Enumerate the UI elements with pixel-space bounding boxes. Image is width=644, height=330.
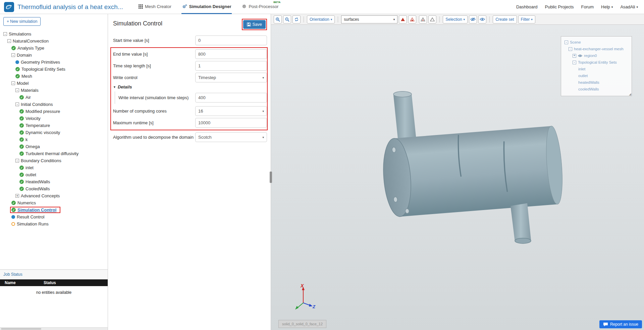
report-issue-button[interactable]: Report an issue <box>599 320 642 328</box>
nav-public-projects[interactable]: Public Projects <box>545 4 574 9</box>
tree-item-advanced-concepts[interactable]: +Advanced Concepts <box>0 192 108 199</box>
tree-item-turbulent-thermal-diffusivity[interactable]: ✓Turbulent thermal diffusivity <box>0 150 108 157</box>
save-button[interactable]: Save <box>243 20 266 29</box>
collapse-box-icon[interactable]: - <box>15 88 19 92</box>
tree-item-simulations[interactable]: -Simulations <box>0 30 108 38</box>
tree-item-materials[interactable]: -Materials <box>0 87 108 94</box>
zoom-in-button[interactable] <box>274 15 282 23</box>
nav-forum[interactable]: Forum <box>581 4 594 9</box>
tree-item-analysis-type[interactable]: ✓Analysis Type <box>0 45 108 52</box>
tree-item-naturalconvection[interactable]: -NaturalConvection <box>0 38 108 45</box>
collapse-box-icon[interactable]: - <box>565 41 568 44</box>
scrollbar-thumb[interactable] <box>1 328 41 330</box>
show-all-button[interactable] <box>478 15 486 23</box>
mesh-quality-filled-button[interactable] <box>399 15 407 23</box>
tree-item-heatedwalls[interactable]: ✓HeatedWalls <box>0 178 108 185</box>
tree-item-dynamic-viscosity[interactable]: ✓Dynamic viscosity <box>0 129 108 136</box>
tab-mesh-creator[interactable]: Mesh Creator <box>138 0 172 14</box>
collapse-box-icon[interactable]: - <box>15 159 19 162</box>
tree-item-air[interactable]: ✓Air <box>0 94 108 101</box>
nav-user-menu[interactable]: AsadAli▾ <box>620 4 638 9</box>
tree-item-boundary-conditions[interactable]: -Boundary Conditions <box>0 157 108 164</box>
simulation-control-form-group: End time value [s] Time step length [s] … <box>110 47 268 130</box>
time-step-input[interactable] <box>195 61 267 71</box>
viewport-3d[interactable]: -Scene-heat-exchanger-vessel mesh+region… <box>271 25 644 330</box>
collapse-box-icon[interactable]: - <box>15 103 19 106</box>
mesh-quality-marked-button[interactable] <box>419 15 427 23</box>
tree-item-domain[interactable]: -Domain <box>0 52 108 59</box>
tree-item-result-control[interactable]: Result Control <box>0 213 108 220</box>
tree-item-omega[interactable]: ✓Omega <box>0 143 108 150</box>
tree-item-simulation-runs[interactable]: Simulation Runs <box>0 220 108 227</box>
collapse-box-icon[interactable]: - <box>11 81 15 85</box>
create-set-button[interactable]: Create set <box>493 15 517 23</box>
panel-resize-handle[interactable] <box>270 172 272 183</box>
nav-dashboard[interactable]: Dashboard <box>516 4 538 9</box>
tree-item-k[interactable]: ✓k <box>0 136 108 143</box>
eye-slash-icon <box>470 17 476 21</box>
resize-corner-icon[interactable]: ◢ <box>629 92 631 96</box>
check-circle-icon: ✓ <box>11 46 16 50</box>
scene-item-region0[interactable]: +region0 <box>562 52 630 59</box>
max-runtime-input[interactable] <box>195 118 267 128</box>
reset-view-button[interactable] <box>292 15 301 23</box>
mesh-quality-outline-button[interactable] <box>428 15 436 23</box>
end-time-input[interactable] <box>195 49 267 59</box>
scene-item-inlet[interactable]: inlet <box>562 66 630 72</box>
decompose-select[interactable]: Scotch ▾ <box>195 132 267 142</box>
filter-dropdown[interactable]: Filter ▾ <box>518 15 535 23</box>
orientation-dropdown[interactable]: Orientation ▾ <box>307 15 335 23</box>
settings-panel: Simulation Control Save Start time value… <box>108 14 271 330</box>
new-simulation-button[interactable]: + New simulation <box>3 17 41 26</box>
collapse-box-icon[interactable]: - <box>11 53 15 57</box>
render-mode-select[interactable]: surfaces ▾ <box>341 15 397 23</box>
field-label: Algorithm used to decompose the domain <box>113 135 195 140</box>
tree-item-numerics[interactable]: ✓Numerics <box>0 199 108 206</box>
details-toggle[interactable]: ▼ Details <box>113 84 267 89</box>
write-interval-input[interactable] <box>195 93 267 103</box>
tab-simulation-designer[interactable]: Simulation Designer <box>181 0 232 14</box>
scene-item-scene[interactable]: -Scene <box>562 39 630 46</box>
cores-select[interactable]: 16 ▾ <box>195 106 267 116</box>
scene-item-heat-exchanger-vessel-mesh[interactable]: -heat-exchanger-vessel mesh <box>562 46 630 52</box>
tree-item-simulation-control[interactable]: ✓Simulation Control <box>0 206 108 213</box>
tree-item-modified-pressure[interactable]: ✓Modified pressure <box>0 108 108 115</box>
mesh-quality-half-button[interactable] <box>408 15 416 23</box>
tree-item-topological-entity-sets[interactable]: ✓Topological Entity Sets <box>0 66 108 73</box>
content-row: + New simulation -Simulations-NaturalCon… <box>0 14 644 330</box>
tree-item-inlet[interactable]: ✓inlet <box>0 164 108 171</box>
expand-box-icon[interactable]: + <box>573 54 576 58</box>
tree-item-mesh[interactable]: ✓Mesh <box>0 73 108 80</box>
zoom-out-button[interactable] <box>283 15 291 23</box>
selection-dropdown[interactable]: Selection ▾ <box>443 15 468 23</box>
tree-item-geometry-primitives[interactable]: Geometry Primitives <box>0 59 108 66</box>
scene-item-outlet[interactable]: outlet <box>562 72 630 79</box>
write-control-select[interactable]: Timestep ▾ <box>195 73 267 82</box>
app-logo-icon[interactable] <box>4 2 14 12</box>
tree-item-model[interactable]: -Model <box>0 80 108 87</box>
scene-item-topological-entity-sets[interactable]: -Topological Entity Sets <box>562 59 630 66</box>
tree-item-temperature[interactable]: ✓Temperature <box>0 122 108 129</box>
chevron-down-icon: ▾ <box>262 136 264 139</box>
tree-item-initial-conditions[interactable]: -Initial Conditions <box>0 101 108 108</box>
horizontal-scrollbar[interactable] <box>0 327 108 330</box>
tree-item-velocity[interactable]: ✓Velocity <box>0 115 108 122</box>
hide-selection-button[interactable] <box>469 15 477 23</box>
nav-help[interactable]: Help▾ <box>601 4 613 9</box>
collapse-box-icon[interactable]: - <box>7 39 11 43</box>
tab-post-processor[interactable]: Post-Processor BETA <box>241 0 279 14</box>
scene-item-heatedwalls[interactable]: heatedWalls <box>562 79 630 86</box>
check-circle-icon: ✓ <box>19 144 24 149</box>
tree-item-label: Simulations <box>9 31 31 37</box>
collapse-box-icon[interactable]: - <box>3 32 7 36</box>
tree-item-outlet[interactable]: ✓outlet <box>0 171 108 178</box>
vessel-body[interactable] <box>381 125 565 217</box>
tree-item-cooledwalls[interactable]: ✓CooledWalls <box>0 185 108 192</box>
eye-icon[interactable] <box>578 54 582 57</box>
expand-box-icon[interactable]: + <box>15 194 19 198</box>
collapse-box-icon[interactable]: - <box>573 61 576 64</box>
collapse-box-icon[interactable]: - <box>569 47 572 51</box>
start-time-input[interactable] <box>195 36 267 45</box>
scene-item-cooledwalls[interactable]: cooledWalls <box>562 86 630 92</box>
triangle-half-icon <box>410 17 415 21</box>
